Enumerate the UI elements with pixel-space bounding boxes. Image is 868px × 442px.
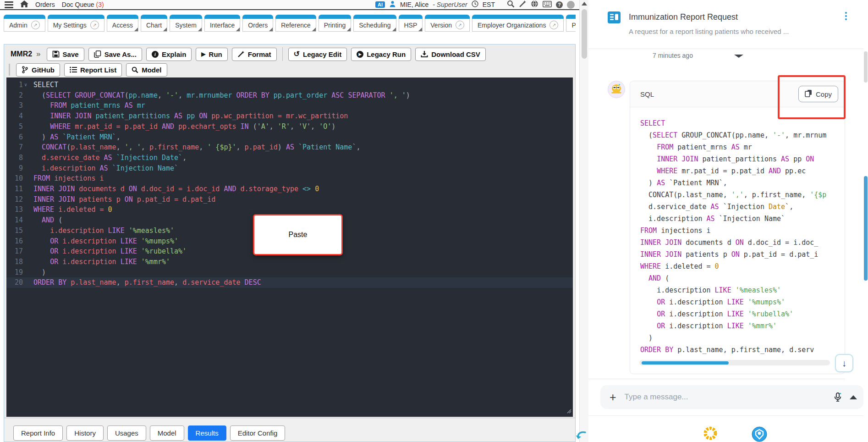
save-as-button[interactable]: Save As... [88, 48, 142, 61]
download-csv-button[interactable]: Download CSV [415, 48, 486, 61]
code-hscrollbar-thumb[interactable] [642, 361, 729, 365]
tab-orders[interactable]: Orders [242, 15, 273, 34]
user-name[interactable]: MIE, Alice [400, 1, 429, 8]
editor-line[interactable]: 7 CONCAT(p.last_name, ', ', p.first_name… [6, 142, 573, 153]
line-number: 12 [6, 194, 23, 205]
scroll-to-bottom-button[interactable]: ↓ [835, 354, 853, 372]
tab-history[interactable]: History [66, 425, 104, 441]
editor-line[interactable]: 1∨SELECT [6, 80, 573, 90]
ai-badge[interactable]: AI [375, 1, 385, 8]
scrollbar-thumb[interactable] [582, 9, 587, 59]
nav-link-doc-queue[interactable]: Doc Queue (3) [62, 1, 104, 8]
fold-icon [24, 173, 29, 184]
tab-employer-organizations[interactable]: Employer Organizations↗ [472, 15, 564, 34]
sql-message-card: SQL Copy SELECT (SELECT GROUP_CONCAT(pp.… [630, 81, 845, 374]
legacy-run-button[interactable]: ▶Legacy Run [351, 48, 411, 61]
button-label: Legacy Edit [303, 50, 341, 58]
keyboard-icon[interactable] [543, 1, 552, 9]
save-button[interactable]: Save [47, 48, 84, 61]
attach-plus-button[interactable]: + [610, 391, 616, 404]
editor-line[interactable]: 20ORDER BY p.last_name, p.first_name, d.… [6, 277, 573, 288]
wand-icon[interactable] [519, 0, 527, 9]
globe-icon[interactable] [531, 0, 538, 9]
nav-link-orders[interactable]: Orders [35, 1, 55, 8]
legacy-edit-button[interactable]: ↺Legacy Edit [288, 48, 347, 61]
external-link-icon[interactable]: ↗ [549, 21, 558, 29]
code-text: i.description LIKE '%measles%' [29, 226, 174, 236]
button-label: Model [142, 66, 161, 74]
editor-line[interactable]: 12INNER JOIN patients p ON p.pat_id = d.… [6, 194, 573, 205]
timezone-label[interactable]: EST [483, 1, 495, 8]
code-text: INNER JOIN documents d ON d.doc_id = i.d… [29, 184, 319, 194]
editor-line[interactable]: 8 d.service_date AS `Injection Date`, [6, 153, 573, 163]
tab-editor-config[interactable]: Editor Config [230, 425, 286, 441]
tab-version[interactable]: Version↗ [425, 15, 470, 34]
kebab-menu-icon[interactable] [845, 12, 847, 20]
code-hscrollbar-track[interactable] [639, 360, 830, 365]
tab-access[interactable]: Access [107, 15, 138, 34]
tab-provider[interactable]: Provider [566, 15, 576, 34]
tab-reference[interactable]: Reference [275, 15, 316, 34]
editor-line[interactable]: 5 WHERE mr.pat_id = p.pat_id AND pp.echa… [6, 122, 573, 132]
editor-line[interactable]: 6 ) AS `Patient MRN`, [6, 132, 573, 143]
tab-results[interactable]: Results [188, 425, 226, 441]
editor-line[interactable]: 13WHERE i.deleted = 0 [6, 204, 573, 215]
tab-admin[interactable]: Admin↗ [4, 15, 45, 34]
editor-line[interactable]: 2 (SELECT GROUP_CONCAT(pp.name, '-', mr.… [6, 90, 573, 101]
tab-hsp[interactable]: HSP [399, 15, 423, 34]
home-icon[interactable] [20, 0, 28, 9]
explain-button[interactable]: iExplain [146, 48, 192, 61]
sql-editor[interactable]: 1∨SELECT2 (SELECT GROUP_CONCAT(pp.name, … [6, 77, 573, 417]
tab-system[interactable]: System [170, 15, 202, 34]
help-icon[interactable]: ? [556, 1, 563, 8]
message-input[interactable]: + Type a message... [600, 385, 863, 409]
tab-scheduling[interactable]: Scheduling [353, 15, 396, 34]
editor-line[interactable]: 4 INNER JOIN patient_partitions AS pp ON… [6, 111, 573, 122]
editor-line[interactable]: 3 FROM patient_mrns AS mr [6, 100, 573, 111]
window-scrollbar-thumb[interactable] [864, 176, 868, 281]
tab-my-settings[interactable]: My Settings↗ [48, 15, 104, 34]
notification-app-icon[interactable] [751, 426, 768, 442]
tab-interface[interactable]: Interface [204, 15, 240, 34]
collapse-chevron-icon[interactable] [734, 55, 743, 58]
return-arrow-icon[interactable] [576, 431, 587, 442]
tab-report-info[interactable]: Report Info [13, 425, 63, 441]
format-button[interactable]: Format [232, 48, 277, 61]
paste-label[interactable]: Paste [289, 231, 308, 239]
editor-line[interactable]: 19 ) [6, 267, 573, 278]
panel-layout-icon[interactable] [608, 11, 621, 25]
paste-context-menu[interactable]: Paste [253, 214, 343, 255]
editor-line[interactable]: 10FROM injections i [6, 173, 573, 184]
tab-printing[interactable]: Printing [319, 15, 351, 34]
search-icon[interactable] [507, 0, 515, 9]
history-icon: ↺ [294, 51, 300, 57]
external-link-icon[interactable]: ↗ [456, 21, 464, 29]
microphone-icon[interactable] [834, 392, 841, 402]
external-link-icon[interactable]: ↗ [90, 21, 99, 29]
editor-line[interactable]: 11INNER JOIN documents d ON d.doc_id = i… [6, 184, 573, 194]
github-button[interactable]: GitHub [16, 63, 60, 77]
report-list-button[interactable]: Report List [64, 63, 122, 77]
model-button[interactable]: Model [126, 63, 167, 77]
editor-line[interactable]: 18 OR i.description LIKE '%mmr%' [6, 257, 573, 267]
external-link-icon[interactable]: ↗ [31, 21, 40, 29]
tab-chart[interactable]: Chart [141, 15, 167, 34]
code-line: WHERE i.deleted = 0 [640, 260, 845, 272]
hamburger-menu-icon[interactable] [5, 1, 13, 8]
sun-app-icon[interactable] [702, 425, 719, 442]
fold-icon [24, 257, 29, 267]
resize-handle-icon[interactable] [566, 407, 571, 415]
run-button[interactable]: ▶Run [196, 48, 227, 61]
fold-icon: ∨ [24, 80, 29, 90]
scrollbar-up-arrow-icon[interactable] [582, 2, 587, 6]
bottom-tab-bar: Report InfoHistoryUsagesModelResultsEdit… [4, 418, 575, 442]
tab-model[interactable]: Model [150, 425, 184, 441]
fold-icon [24, 277, 29, 288]
window-scrollbar[interactable] [863, 0, 868, 442]
frame-scrollbar[interactable] [579, 0, 588, 442]
send-caret-icon[interactable] [850, 395, 857, 399]
expander-chevrons[interactable]: » [36, 50, 40, 59]
tab-usages[interactable]: Usages [107, 425, 146, 441]
editor-line[interactable]: 9 i.description AS `Injection Name` [6, 163, 573, 174]
window-scrollbar-thumb-top[interactable] [864, 51, 868, 83]
